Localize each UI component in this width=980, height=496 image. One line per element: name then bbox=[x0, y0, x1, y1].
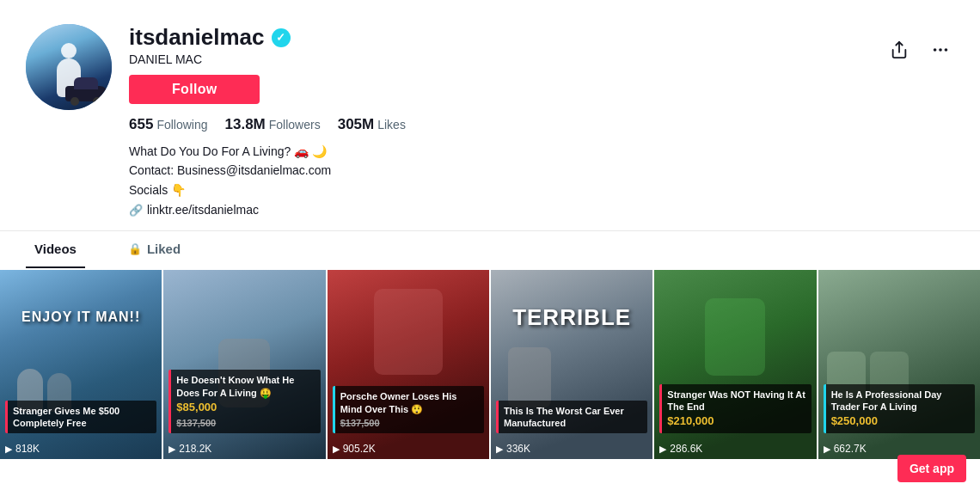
svg-point-2 bbox=[939, 48, 942, 52]
play-icon: ▶ bbox=[496, 444, 503, 455]
tab-liked[interactable]: 🔒 Liked bbox=[119, 231, 189, 268]
profile-info: itsdanielmac ✓ DANIEL MAC Follow 655 Fol… bbox=[129, 24, 954, 217]
video-overlay-1: ENJOY IT MAN!! bbox=[21, 309, 140, 325]
play-icon: ▶ bbox=[824, 444, 830, 455]
more-options-icon[interactable] bbox=[927, 36, 954, 64]
video-views-2: ▶ 218.2K bbox=[168, 443, 211, 455]
video-thumb-2[interactable]: He Doesn't Know What He Does For A Livin… bbox=[163, 270, 325, 459]
video-thumb-3[interactable]: Porsche Owner Loses His Mind Over This 😲… bbox=[328, 270, 489, 459]
video-views-3: ▶ 905.2K bbox=[333, 443, 376, 455]
video-caption-2: He Doesn't Know What He Does For A Livin… bbox=[168, 370, 320, 433]
video-caption-6: He Is A Professional Day Trader For A Li… bbox=[824, 384, 975, 433]
bio-section: What Do You Do For A Living? 🚗 🌙 Contact… bbox=[129, 142, 954, 199]
video-caption-1: Stranger Gives Me $500 Completely Free bbox=[5, 401, 156, 434]
svg-point-1 bbox=[934, 48, 937, 52]
avatar bbox=[26, 24, 112, 110]
play-icon: ▶ bbox=[168, 444, 175, 455]
tabs-section: Videos 🔒 Liked bbox=[0, 230, 980, 268]
video-caption-4: This Is The Worst Car Ever Manufactured bbox=[496, 401, 647, 434]
username: itsdanielmac bbox=[129, 24, 265, 51]
video-thumb-5[interactable]: Stranger Was NOT Having It At The End $2… bbox=[654, 270, 816, 459]
video-views-1: ▶ 818K bbox=[5, 443, 40, 455]
bio-line-1: What Do You Do For A Living? 🚗 🌙 bbox=[129, 142, 954, 161]
share-icon[interactable] bbox=[885, 36, 913, 64]
tab-videos[interactable]: Videos bbox=[26, 231, 85, 268]
verified-badge: ✓ bbox=[272, 28, 291, 47]
get-app-button[interactable]: Get app bbox=[897, 455, 966, 482]
likes-stat: 305M Likes bbox=[338, 116, 406, 133]
video-thumb-4[interactable]: TERRIBLE This Is The Worst Car Ever Manu… bbox=[491, 270, 652, 459]
username-row: itsdanielmac ✓ bbox=[129, 24, 954, 51]
videos-grid: ENJOY IT MAN!! Stranger Gives Me $500 Co… bbox=[0, 268, 980, 459]
display-name: DANIEL MAC bbox=[129, 52, 954, 66]
lock-icon: 🔒 bbox=[128, 242, 142, 255]
video-views-5: ▶ 286.6K bbox=[659, 443, 702, 455]
followers-stat: 13.8M Followers bbox=[225, 116, 321, 133]
video-overlay-4: TERRIBLE bbox=[512, 304, 631, 331]
play-icon: ▶ bbox=[659, 444, 666, 455]
link-icon: 🔗 bbox=[129, 204, 143, 217]
svg-point-3 bbox=[945, 48, 948, 52]
play-icon: ▶ bbox=[333, 444, 340, 455]
video-views-6: ▶ 662.7K bbox=[824, 443, 867, 455]
bio-line-2: Contact: Business@itsdanielmac.com bbox=[129, 161, 954, 180]
bio-line-3: Socials 👇 bbox=[129, 181, 954, 199]
profile-section: itsdanielmac ✓ DANIEL MAC Follow 655 Fol… bbox=[0, 0, 980, 230]
profile-link[interactable]: linktr.ee/itsdanielmac bbox=[147, 203, 259, 217]
link-row[interactable]: 🔗 linktr.ee/itsdanielmac bbox=[129, 203, 954, 217]
video-caption-5: Stranger Was NOT Having It At The End $2… bbox=[659, 384, 811, 433]
following-stat: 655 Following bbox=[129, 116, 208, 133]
video-thumb-6[interactable]: He Is A Professional Day Trader For A Li… bbox=[818, 270, 980, 459]
video-views-4: ▶ 336K bbox=[496, 443, 530, 455]
video-thumb-1[interactable]: ENJOY IT MAN!! Stranger Gives Me $500 Co… bbox=[0, 270, 162, 459]
video-caption-3: Porsche Owner Loses His Mind Over This 😲… bbox=[333, 386, 484, 433]
play-icon: ▶ bbox=[5, 444, 12, 455]
follow-button[interactable]: Follow bbox=[129, 75, 260, 104]
stats-row: 655 Following 13.8M Followers 305M Likes bbox=[129, 116, 954, 133]
